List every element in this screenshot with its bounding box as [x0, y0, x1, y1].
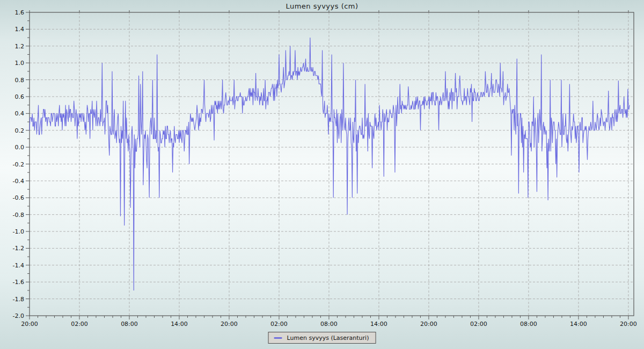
svg-text:1.6: 1.6	[15, 9, 25, 16]
svg-text:14:00: 14:00	[171, 321, 188, 328]
svg-text:1.4: 1.4	[15, 26, 25, 33]
svg-text:14:00: 14:00	[570, 321, 587, 328]
svg-text:-1.0: -1.0	[13, 228, 24, 235]
series-line	[30, 38, 630, 290]
svg-text:14:00: 14:00	[370, 321, 387, 328]
svg-text:-1.6: -1.6	[13, 279, 24, 286]
chart-canvas: -2.0-1.8-1.6-1.4-1.2-1.0-0.8-0.6-0.4-0.2…	[0, 0, 644, 349]
svg-text:08:00: 08:00	[320, 321, 338, 328]
axes	[26, 10, 634, 319]
svg-text:0.0: 0.0	[15, 144, 25, 151]
svg-text:1.0: 1.0	[15, 60, 25, 67]
svg-text:0.2: 0.2	[15, 127, 25, 134]
svg-text:-0.6: -0.6	[13, 194, 24, 201]
tick-labels: -2.0-1.8-1.6-1.4-1.2-1.0-0.8-0.6-0.4-0.2…	[13, 9, 637, 328]
series-lines	[30, 38, 630, 290]
svg-text:20:00: 20:00	[420, 321, 437, 328]
svg-text:-0.4: -0.4	[13, 178, 24, 185]
svg-text:20:00: 20:00	[620, 321, 637, 328]
legend-label: Lumen syvyys (Laseranturi)	[287, 335, 369, 341]
svg-text:20:00: 20:00	[21, 321, 38, 328]
svg-text:-0.8: -0.8	[13, 212, 24, 219]
svg-text:-0.2: -0.2	[13, 161, 24, 168]
svg-text:-1.8: -1.8	[13, 296, 24, 303]
legend-line-sample-icon	[274, 337, 282, 339]
svg-text:1.2: 1.2	[15, 43, 25, 50]
svg-text:0.6: 0.6	[15, 93, 25, 100]
svg-text:0.8: 0.8	[15, 77, 25, 84]
svg-text:08:00: 08:00	[121, 321, 138, 328]
svg-text:20:00: 20:00	[221, 321, 238, 328]
svg-text:02:00: 02:00	[470, 321, 487, 328]
svg-text:-1.4: -1.4	[13, 262, 24, 269]
svg-text:08:00: 08:00	[520, 321, 537, 328]
svg-text:-2.0: -2.0	[13, 312, 24, 319]
svg-text:0.4: 0.4	[15, 110, 25, 117]
svg-text:02:00: 02:00	[71, 321, 88, 328]
svg-text:-1.2: -1.2	[13, 245, 24, 252]
svg-text:02:00: 02:00	[270, 321, 288, 328]
legend: Lumen syvyys (Laseranturi)	[268, 332, 376, 344]
